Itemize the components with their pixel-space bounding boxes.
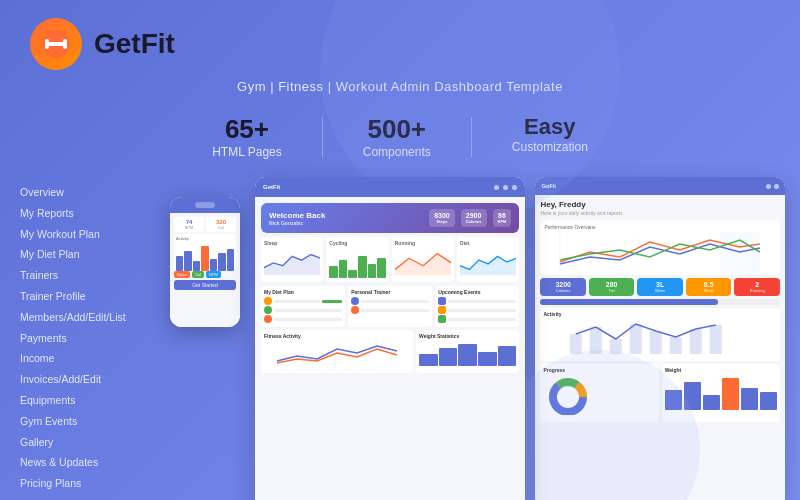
weight-chart-title: Weight Statistics xyxy=(419,333,516,339)
svg-rect-12 xyxy=(690,329,702,354)
preview-badge-steps-num: 8300 xyxy=(434,212,450,219)
mobile-cta[interactable]: Get Started xyxy=(174,280,236,290)
event-icon-3 xyxy=(438,315,446,323)
nav-item-payments[interactable]: Payments xyxy=(20,328,155,349)
nav-item-trainers[interactable]: Trainers xyxy=(20,265,155,286)
rp-chart-svg xyxy=(544,232,776,272)
nav-item-overview[interactable]: Overview xyxy=(20,182,155,203)
mobile-preview: 74 BPM 320 Cal Activity xyxy=(170,177,245,500)
preview-welcome-banner: Welcome Back Nick Gonzalez 8300 Steps 29… xyxy=(261,203,519,233)
fitness-chart-title: Fitness Activity xyxy=(264,333,410,339)
rp-main-chart: Performance Overview xyxy=(540,220,780,275)
preview-bottom-section: My Diet Plan xyxy=(261,286,519,327)
preview-upcoming-events: Upcoming Events xyxy=(435,286,519,327)
trainer-title: Personal Trainer xyxy=(351,289,429,295)
preview-badge-bpm-label: BPM xyxy=(498,219,507,224)
fitness-chart-svg xyxy=(264,341,410,366)
bar-3 xyxy=(348,270,357,278)
chart-running-title: Running xyxy=(395,240,451,246)
preview-user: Nick Gonzalez xyxy=(269,220,325,226)
rp-stat-water-label: Water xyxy=(639,288,681,293)
svg-rect-13 xyxy=(710,325,722,354)
chart-diet-title: Diet xyxy=(460,240,516,246)
nav-item-trainer-profile[interactable]: Trainer Profile xyxy=(20,286,155,307)
mobile-chart-label: Activity xyxy=(176,236,234,241)
svg-rect-11 xyxy=(670,337,682,354)
trainer-avatar-1 xyxy=(351,297,359,305)
mobile-bar-7 xyxy=(227,249,234,271)
right-dot-2 xyxy=(774,184,779,189)
bar-2 xyxy=(339,260,348,278)
chart-cycling-bars xyxy=(329,248,385,278)
mobile-bar-5 xyxy=(210,259,217,271)
event-row-3 xyxy=(438,315,516,323)
logo-icon xyxy=(30,18,82,70)
rp-w-bar-3 xyxy=(703,395,720,410)
svg-rect-9 xyxy=(630,324,642,354)
chart-sleep-svg xyxy=(264,248,320,276)
rp-chart-label: Performance Overview xyxy=(544,224,776,230)
nav-item-salaries[interactable]: Salaries xyxy=(20,494,155,500)
nav-item-invoices[interactable]: Invoices/Add/Edit xyxy=(20,369,155,390)
chart-sleep-title: Sleep xyxy=(264,240,320,246)
dumbbell-icon xyxy=(40,28,72,60)
rp-w-bar-5 xyxy=(741,388,758,410)
stat-pages-number: 65+ xyxy=(212,114,282,145)
logo-area: GetFit xyxy=(30,18,175,70)
mobile-bar-3 xyxy=(193,261,200,271)
rp-stat-running-num: 2 xyxy=(736,281,778,288)
diet-text-1 xyxy=(274,300,320,303)
preview-logo-small: GetFit xyxy=(263,184,280,190)
mobile-stats-row: 74 BPM 320 Cal xyxy=(174,217,236,232)
rp-progress-row xyxy=(540,299,780,305)
w-bar-1 xyxy=(419,354,438,366)
nav-item-gallery[interactable]: Gallery xyxy=(20,432,155,453)
mobile-phone: 74 BPM 320 Cal Activity xyxy=(170,197,240,327)
diet-row-1 xyxy=(264,297,342,305)
nav-item-workout[interactable]: My Workout Plan xyxy=(20,224,155,245)
preview-charts-row: Sleep Cycling xyxy=(261,237,519,282)
preview-welcome-content: Welcome Back Nick Gonzalez xyxy=(269,211,325,226)
rp-w-bar-4 xyxy=(722,378,739,410)
nav-item-news[interactable]: News & Updates xyxy=(20,452,155,473)
preview-weight-chart: Weight Statistics xyxy=(416,330,519,373)
nav-item-equipments[interactable]: Equipments xyxy=(20,390,155,411)
preview-stat-badges: 8300 Steps 2900 Calories 86 BPM xyxy=(429,209,511,227)
mobile-tag-2: Cal xyxy=(192,271,204,278)
nav-item-income[interactable]: Income xyxy=(20,348,155,369)
preview-badge-cal-label: Calories xyxy=(466,219,482,224)
w-bar-2 xyxy=(439,348,458,366)
mobile-tags: Steps Cal BPM xyxy=(174,271,236,278)
preview-dot-3 xyxy=(512,185,517,190)
diet-avatar-3 xyxy=(264,315,272,323)
mobile-notch xyxy=(195,202,215,208)
trainer-avatar-2 xyxy=(351,306,359,314)
main-container: GetFit Gym | Fitness | Workout Admin Das… xyxy=(0,0,800,500)
event-text-1 xyxy=(448,300,516,303)
event-row-1 xyxy=(438,297,516,305)
preview-bottom-charts: Fitness Activity Weight Statistics xyxy=(261,330,519,373)
w-bar-4 xyxy=(478,352,497,366)
preview-chart-cycling: Cycling xyxy=(326,237,388,282)
rp-stat-calories: 3200 Calories xyxy=(540,278,586,296)
svg-rect-2 xyxy=(45,39,49,49)
nav-item-members[interactable]: Members/Add/Edit/List xyxy=(20,307,155,328)
preview-badge-bpm-num: 86 xyxy=(498,212,507,219)
preview-welcome-text: Welcome Back xyxy=(269,211,325,220)
nav-item-diet[interactable]: My Diet Plan xyxy=(20,244,155,265)
diet-row-2 xyxy=(264,306,342,314)
rp-stat-sleep-label: Sleep xyxy=(688,288,730,293)
nav-item-reports[interactable]: My Reports xyxy=(20,203,155,224)
rp-stat-water: 3L Water xyxy=(637,278,683,296)
diet-text-2 xyxy=(322,300,342,303)
preview-chart-sleep: Sleep xyxy=(261,237,323,282)
stat-pages: 65+ HTML Pages xyxy=(212,114,282,159)
rp-stat-water-num: 3L xyxy=(639,281,681,288)
nav-item-pricing[interactable]: Pricing Plans xyxy=(20,473,155,494)
events-title: Upcoming Events xyxy=(438,289,516,295)
preview-chart-running: Running xyxy=(392,237,454,282)
nav-item-events[interactable]: Gym Events xyxy=(20,411,155,432)
progress-bar-1 xyxy=(540,299,717,305)
w-bar-5 xyxy=(498,346,517,366)
mobile-stat-label-2: Cal xyxy=(208,225,234,230)
